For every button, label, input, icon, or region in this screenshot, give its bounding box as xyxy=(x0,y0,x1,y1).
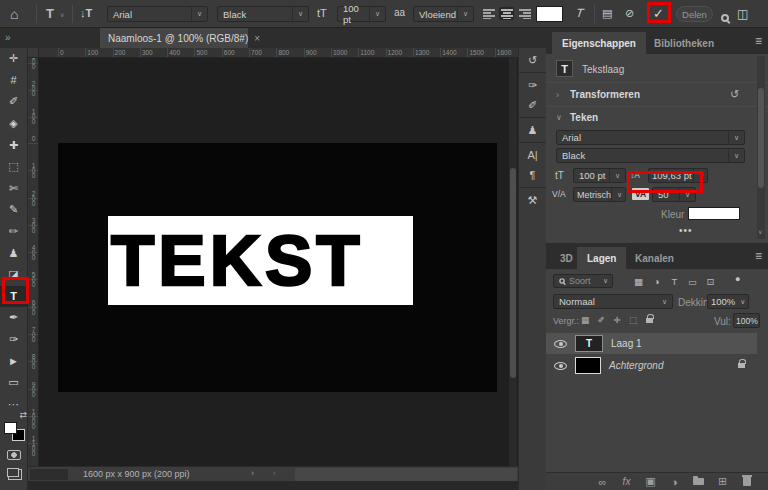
eyedropper-tool[interactable]: ✐ xyxy=(0,91,28,113)
align-left-button[interactable] xyxy=(481,7,496,20)
type-tool[interactable]: T xyxy=(0,286,28,308)
workspace-switcher-icon[interactable]: ◫ xyxy=(737,7,748,21)
tool-presets-panel-icon[interactable]: ⚒ xyxy=(519,190,547,210)
character-panel-icon[interactable]: A| xyxy=(519,145,547,165)
healing-brush-tool[interactable]: ✚ xyxy=(0,134,28,156)
char-font-style-select[interactable]: Black ∨ xyxy=(556,148,745,163)
link-layers-icon[interactable]: ∞ xyxy=(592,474,613,489)
layer-effects-icon[interactable]: fx xyxy=(616,474,637,489)
eraser-tool[interactable]: ◪ xyxy=(0,264,28,286)
paint-bucket-tool[interactable]: ◈ xyxy=(0,113,28,135)
marquee-tool[interactable]: ⬚ xyxy=(0,156,28,178)
filter-pixel-layers-icon[interactable]: ▦ xyxy=(630,275,647,288)
font-family-select[interactable]: Arial ∨ xyxy=(107,6,208,22)
pen-tool[interactable]: ✒ xyxy=(0,307,28,329)
share-button[interactable]: Delen xyxy=(676,6,713,22)
foreground-color-swatch[interactable] xyxy=(4,422,17,434)
quick-mask-icon[interactable] xyxy=(7,450,21,460)
filter-smart-objects-icon[interactable]: ⊡ xyxy=(702,275,719,288)
lock-position-icon[interactable]: ✛ xyxy=(609,314,625,326)
layer-thumbnail[interactable]: T xyxy=(575,335,603,352)
lock-all-icon[interactable] xyxy=(641,314,657,326)
filter-adjustment-layers-icon[interactable]: ◑ xyxy=(648,275,665,288)
align-right-button[interactable] xyxy=(517,7,532,20)
filter-type-layers-icon[interactable]: T xyxy=(666,275,683,288)
blend-mode-select[interactable]: Normaal ∨ xyxy=(553,294,673,309)
font-size-select[interactable]: 100 pt ∨ xyxy=(337,6,386,22)
lasso-tool[interactable]: ✄ xyxy=(0,178,28,200)
char-leading-select[interactable]: 109,63 pt ∨ xyxy=(648,168,708,183)
history-panel-icon[interactable]: ↺ xyxy=(519,50,547,70)
scroll-down-icon[interactable]: ∨ xyxy=(758,228,762,235)
path-select-tool[interactable]: ► xyxy=(0,350,28,372)
text-orientation-icon[interactable]: ↓T xyxy=(80,7,92,19)
panel-menu-icon[interactable]: ≡ xyxy=(755,249,762,263)
history-brush-tool[interactable]: ✏ xyxy=(0,221,28,243)
screen-mode-icon[interactable] xyxy=(7,468,19,477)
anti-alias-select[interactable]: Vloeiend ∨ xyxy=(413,6,474,22)
layer-filter-select[interactable]: Soort ∨ xyxy=(553,274,613,288)
toolbar-overflow-chevrons[interactable]: » xyxy=(5,32,10,43)
home-icon[interactable]: ⌂ xyxy=(10,6,18,22)
brushes-panel-icon[interactable]: ✐ xyxy=(519,95,547,115)
properties-scrollbar[interactable]: ∨ xyxy=(757,56,765,239)
layer-name[interactable]: Achtergrond xyxy=(609,360,663,371)
fill-field[interactable]: 100% xyxy=(733,313,760,328)
type-tool-icon[interactable]: T xyxy=(46,6,54,21)
layer-group-icon[interactable] xyxy=(688,474,709,489)
lock-artboard-icon[interactable]: ⬚ xyxy=(625,314,641,326)
document-tab[interactable]: Naamloos-1 @ 100% (RGB/8#) × xyxy=(100,28,248,48)
layer-name[interactable]: Laag 1 xyxy=(611,338,642,349)
tab-kanalen[interactable]: Kanalen xyxy=(625,247,684,269)
text-color-swatch-field[interactable] xyxy=(688,207,740,220)
opacity-field[interactable]: 100% ∨ xyxy=(707,294,749,309)
brush-tool[interactable]: ✎ xyxy=(0,199,28,221)
clone-stamp-tool[interactable]: ♟ xyxy=(0,242,28,264)
canvas-area[interactable]: 0100200300400500600700800900100011001200… xyxy=(28,48,518,490)
layer-row-achtergrond[interactable]: Achtergrond xyxy=(546,355,757,376)
panel-menu-icon[interactable]: ≡ xyxy=(755,34,762,48)
clone-source-panel-icon[interactable]: ♟ xyxy=(519,120,547,140)
curvature-pen-tool[interactable]: ✑ xyxy=(0,329,28,351)
adjustment-layer-icon[interactable]: ◑ xyxy=(664,474,685,489)
layer-thumbnail[interactable] xyxy=(575,357,601,374)
close-icon[interactable]: × xyxy=(254,33,260,44)
filter-toggle-icon[interactable]: ● xyxy=(735,274,740,284)
text-color-swatch[interactable] xyxy=(536,6,563,22)
visibility-eye-icon[interactable] xyxy=(554,362,567,370)
font-style-select[interactable]: Black ∨ xyxy=(217,6,309,22)
lock-paint-icon[interactable]: ✐ xyxy=(593,314,609,326)
warp-text-icon[interactable]: T xyxy=(575,6,584,20)
tab-eigenschappen[interactable]: Eigenschappen xyxy=(552,32,646,54)
reset-icon[interactable]: ↺ xyxy=(730,88,739,101)
status-chevron-right[interactable]: › xyxy=(251,468,254,478)
shape-tool[interactable]: ▭ xyxy=(0,372,28,394)
char-font-family-select[interactable]: Arial ∨ xyxy=(556,130,745,145)
status-chevron-left[interactable]: ‹ xyxy=(273,468,276,478)
visibility-eye-icon[interactable] xyxy=(554,340,567,348)
chevron-right-icon[interactable]: › xyxy=(556,90,559,100)
swap-colors-icon[interactable]: ⇄ xyxy=(3,410,27,420)
chevron-down-icon[interactable]: ∨ xyxy=(556,113,562,122)
commit-edits-icon[interactable]: ✓ xyxy=(653,6,664,21)
char-size-select[interactable]: 100 pt ∨ xyxy=(573,168,626,183)
layer-row-laag1[interactable]: T Laag 1 xyxy=(546,333,757,354)
canvas-horizontal-scrollbar[interactable] xyxy=(295,468,517,481)
layer-mask-icon[interactable]: ▣ xyxy=(640,474,661,489)
tab-bibliotheken[interactable]: Bibliotheken xyxy=(644,32,724,54)
char-kerning-select[interactable]: Metrisch ∨ xyxy=(573,187,626,202)
canvas-vertical-scrollbar[interactable] xyxy=(509,58,517,466)
search-icon[interactable] xyxy=(721,8,729,26)
document-canvas[interactable]: TEKST xyxy=(58,143,497,392)
crop-tool[interactable]: # xyxy=(0,70,28,92)
new-layer-icon[interactable]: ⊞ xyxy=(712,474,733,489)
lock-transparency-icon[interactable]: ▦ xyxy=(577,314,593,326)
tab-lagen[interactable]: Lagen xyxy=(577,247,626,269)
cancel-edits-icon[interactable]: ⊘ xyxy=(625,7,634,20)
more-options-dots[interactable]: ••• xyxy=(679,225,693,236)
align-center-button[interactable] xyxy=(499,7,514,20)
brush-settings-panel-icon[interactable]: ✑ xyxy=(519,75,547,95)
zoom-level-field[interactable] xyxy=(30,469,68,480)
transform-section-header[interactable]: Transformeren xyxy=(570,89,640,100)
toggle-panels-icon[interactable]: ▤ xyxy=(602,7,612,20)
